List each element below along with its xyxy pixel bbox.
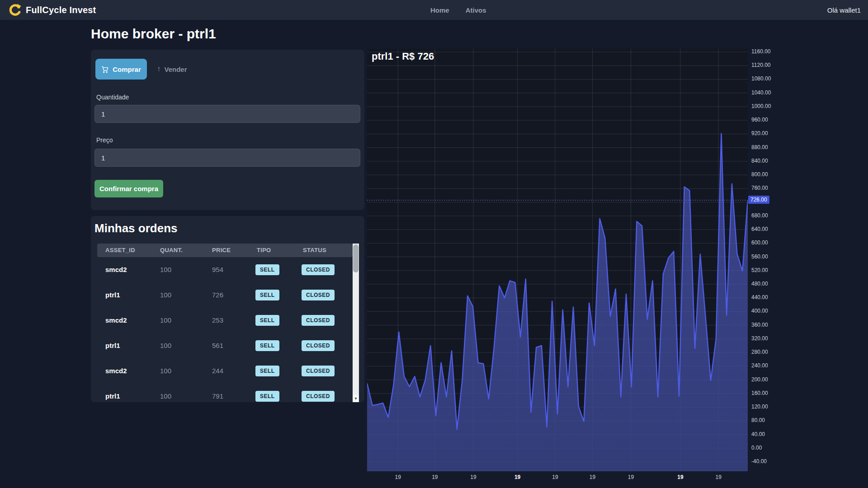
order-row: smcd2100244SELLCLOSED bbox=[97, 358, 353, 384]
order-asset: ptrl1 bbox=[105, 384, 120, 402]
order-price: 244 bbox=[212, 358, 223, 384]
tipo-badge: SELL bbox=[255, 315, 279, 326]
app-root: FullCycle Invest Home Ativos Olá wallet1… bbox=[0, 0, 868, 488]
tab-vender-label: Vender bbox=[165, 66, 187, 73]
y-axis-tick-label: 560.00 bbox=[751, 253, 783, 260]
status-badge: CLOSED bbox=[302, 315, 335, 326]
order-asset: ptrl1 bbox=[105, 282, 120, 308]
trade-card: Comprar ↑ Vender Quantidade Preço Confir… bbox=[91, 50, 364, 210]
nav-home[interactable]: Home bbox=[430, 6, 449, 14]
tipo-badge: SELL bbox=[255, 340, 279, 351]
x-axis-tick-label: 19 bbox=[429, 474, 441, 480]
y-axis-tick-label: 0.00 bbox=[751, 445, 783, 451]
y-axis-tick-label: -40.00 bbox=[751, 458, 783, 465]
chart-title: ptrl1 - R$ 726 bbox=[372, 51, 434, 62]
scrollbar-down-button[interactable]: ▾ bbox=[353, 395, 359, 402]
y-axis-tick-label: 960.00 bbox=[751, 117, 783, 123]
price-chart-canvas[interactable] bbox=[367, 49, 748, 471]
price-chart-plot[interactable]: ptrl1 - R$ 726 bbox=[367, 49, 748, 471]
tipo-badge: SELL bbox=[255, 391, 279, 402]
orders-table-header: ASSET_ID QUANT. PRICE TIPO STATUS bbox=[97, 244, 353, 257]
y-axis-tick-label: 1080.00 bbox=[751, 75, 783, 82]
cart-icon bbox=[101, 66, 109, 73]
tab-vender[interactable]: ↑ Vender bbox=[154, 59, 190, 80]
confirm-buy-button[interactable]: Confirmar compra bbox=[94, 180, 163, 197]
y-axis-tick-label: 80.00 bbox=[751, 417, 783, 423]
tab-comprar[interactable]: Comprar bbox=[95, 59, 147, 80]
x-axis-tick-label: 19 bbox=[712, 474, 724, 480]
tipo-badge: SELL bbox=[255, 264, 279, 275]
order-row: smcd2100954SELLCLOSED bbox=[97, 257, 353, 282]
order-asset: smcd2 bbox=[105, 358, 127, 384]
order-asset: ptrl1 bbox=[105, 333, 120, 358]
order-price: 791 bbox=[212, 384, 223, 402]
order-row: smcd2100253SELLCLOSED bbox=[97, 308, 353, 333]
status-badge: CLOSED bbox=[302, 366, 335, 376]
quantity-input[interactable] bbox=[94, 105, 360, 123]
x-axis-tick-label: 19 bbox=[675, 474, 686, 480]
brand-logo-icon bbox=[8, 3, 22, 17]
y-axis-tick-label: 800.00 bbox=[751, 171, 783, 178]
order-quant: 100 bbox=[160, 384, 171, 402]
orders-title: Minhas ordens bbox=[94, 221, 177, 235]
y-axis-tick-label: 480.00 bbox=[751, 281, 783, 287]
order-quant: 100 bbox=[160, 358, 171, 384]
order-quant: 100 bbox=[160, 333, 171, 358]
y-axis-tick-label: 200.00 bbox=[751, 376, 783, 383]
y-axis-tick-label: 360.00 bbox=[751, 322, 783, 328]
order-price: 954 bbox=[212, 257, 223, 282]
y-axis-tick-label: 840.00 bbox=[751, 158, 783, 164]
y-axis-tick-label: 1040.00 bbox=[751, 89, 783, 96]
status-badge: CLOSED bbox=[302, 264, 335, 275]
x-axis-tick-label: 19 bbox=[392, 474, 404, 480]
y-axis-tick-label: 120.00 bbox=[751, 404, 783, 410]
y-axis-tick-label: 1000.00 bbox=[751, 103, 783, 109]
x-axis-tick-label: 19 bbox=[549, 474, 561, 480]
col-price: PRICE bbox=[212, 244, 231, 257]
app-header: FullCycle Invest Home Ativos Olá wallet1 bbox=[0, 0, 868, 20]
nav-ativos[interactable]: Ativos bbox=[466, 6, 486, 14]
order-row: ptrl1100791SELLCLOSED bbox=[97, 384, 353, 402]
y-axis-tick-label: 280.00 bbox=[751, 349, 783, 355]
orders-scrollbar[interactable]: ▾ bbox=[353, 244, 359, 402]
x-axis-tick-label: 19 bbox=[467, 474, 479, 480]
y-axis-tick-label: 760.00 bbox=[751, 185, 783, 191]
order-quant: 100 bbox=[160, 308, 171, 333]
quantity-label: Quantidade bbox=[96, 94, 129, 101]
status-badge: CLOSED bbox=[302, 391, 335, 402]
y-axis-tick-label: 440.00 bbox=[751, 294, 783, 300]
main-nav: Home Ativos bbox=[430, 0, 486, 20]
col-status: STATUS bbox=[303, 244, 326, 257]
orders-card: Minhas ordens ASSET_ID QUANT. PRICE TIPO… bbox=[91, 216, 364, 402]
col-asset-id: ASSET_ID bbox=[105, 244, 135, 257]
y-axis-tick-label: 160.00 bbox=[751, 390, 783, 396]
y-axis-tick-label: 240.00 bbox=[751, 362, 783, 369]
y-axis-tick-label: 320.00 bbox=[751, 335, 783, 342]
x-axis-tick-label: 19 bbox=[586, 474, 598, 480]
order-asset: smcd2 bbox=[105, 308, 127, 333]
order-row: ptrl1100726SELLCLOSED bbox=[97, 282, 353, 308]
y-axis-tick-label: 680.00 bbox=[751, 212, 783, 219]
order-asset: smcd2 bbox=[105, 257, 127, 282]
page-title: Home broker - ptrl1 bbox=[91, 26, 216, 42]
current-price-badge: 726.00 bbox=[748, 196, 769, 204]
order-price: 253 bbox=[212, 308, 223, 333]
order-quant: 100 bbox=[160, 282, 171, 308]
brand: FullCycle Invest bbox=[8, 0, 96, 20]
tipo-badge: SELL bbox=[255, 290, 279, 300]
y-axis-tick-label: 640.00 bbox=[751, 226, 783, 232]
order-quant: 100 bbox=[160, 257, 171, 282]
y-axis-tick-label: 1160.00 bbox=[751, 48, 783, 55]
x-axis-tick-label: 19 bbox=[625, 474, 637, 480]
price-label: Preço bbox=[96, 136, 113, 144]
tab-comprar-label: Comprar bbox=[113, 66, 141, 73]
price-input[interactable] bbox=[94, 149, 360, 167]
y-axis-tick-label: 40.00 bbox=[751, 431, 783, 437]
x-axis-tick-label: 19 bbox=[512, 474, 524, 480]
status-badge: CLOSED bbox=[302, 290, 335, 300]
order-price: 726 bbox=[212, 282, 223, 308]
y-axis-tick-label: 880.00 bbox=[751, 144, 783, 150]
scrollbar-thumb[interactable] bbox=[353, 244, 359, 272]
tipo-badge: SELL bbox=[255, 366, 279, 376]
brand-title: FullCycle Invest bbox=[26, 5, 96, 15]
